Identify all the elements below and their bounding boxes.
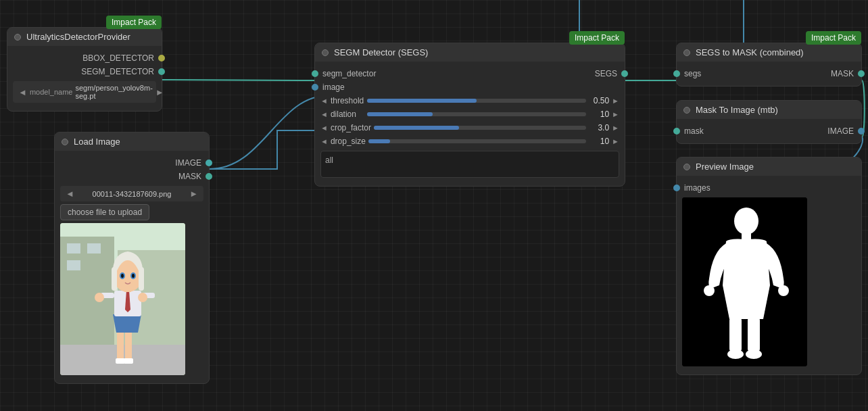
crop-factor-arrow-right[interactable]: ► — [612, 124, 619, 132]
upload-button[interactable]: choose file to upload — [60, 204, 149, 220]
arrow-right-icon[interactable]: ► — [155, 87, 164, 97]
dilation-track[interactable] — [367, 112, 586, 116]
mask-out-label: MASK — [827, 69, 858, 78]
node-title-preview: Preview Image — [696, 162, 754, 172]
node-segm-detector: Impact Pack SEGM Detector (SEGS) segm_de… — [314, 43, 625, 187]
node-segs-to-mask: Impact Pack SEGS to MASK (combined) segs… — [676, 43, 862, 87]
image-mask-out-label: IMAGE — [823, 126, 858, 136]
dilation-arrow-right[interactable]: ► — [612, 110, 619, 118]
node-load-image: Load Image IMAGE MASK ◄ 00011-3432187609… — [54, 132, 210, 384]
drop-size-value: 10 — [589, 137, 609, 146]
input-image: image — [315, 80, 380, 94]
node-mask-to-image: Mask To Image (mtb) mask IMAGE — [676, 100, 862, 144]
threshold-track[interactable] — [367, 99, 586, 103]
filename-arrow-right[interactable]: ► — [189, 189, 198, 199]
pack-label-segs-mask: Impact Pack — [806, 31, 861, 45]
dilation-value: 10 — [589, 110, 609, 119]
image-mask-out-socket[interactable] — [858, 128, 865, 135]
threshold-arrow-left[interactable]: ◄ — [320, 97, 328, 105]
svg-rect-8 — [67, 260, 80, 270]
segm-detector-in-label: segm_detector — [318, 69, 380, 78]
segm-detector-socket[interactable] — [158, 68, 165, 75]
model-name-row[interactable]: ◄ model_name segm/person_yolov8m-seg.pt … — [13, 81, 156, 103]
crop-factor-label: crop_factor — [331, 123, 371, 132]
dilation-arrow-left[interactable]: ◄ — [320, 110, 328, 118]
drop-size-label: drop_size — [331, 137, 366, 146]
node-title-load-image: Load Image — [74, 137, 120, 147]
node-status-dot-mask-image — [683, 107, 690, 114]
output-segs: SEGS — [591, 67, 625, 80]
dilation-label: dilation — [331, 110, 364, 119]
bbox-detector-socket[interactable] — [158, 55, 165, 62]
mask-out-socket[interactable] — [858, 70, 865, 77]
node-title-ultralytics: UltralyticsDetectorProvider — [26, 32, 130, 42]
segs-in-socket[interactable] — [673, 70, 680, 77]
image-thumbnail — [60, 223, 185, 375]
threshold-row: ◄ threshold 0.50 ► — [315, 94, 625, 107]
output-bbox-detector: BBOX_DETECTOR — [7, 51, 162, 65]
threshold-label: threshold — [331, 96, 364, 105]
images-in-label: images — [680, 183, 715, 193]
crop-factor-row: ◄ crop_factor 3.0 ► — [315, 121, 625, 135]
image-in-socket[interactable] — [312, 84, 318, 91]
svg-rect-12 — [116, 358, 125, 364]
node-title-segm: SEGM Detector (SEGS) — [334, 47, 428, 57]
node-preview-image: Preview Image images — [676, 157, 862, 375]
crop-factor-arrow-left[interactable]: ◄ — [320, 124, 328, 132]
segs-out-socket[interactable] — [621, 70, 628, 77]
node-title-mask-image: Mask To Image (mtb) — [696, 105, 778, 115]
images-in-socket[interactable] — [673, 185, 680, 191]
svg-rect-11 — [125, 331, 132, 362]
node-status-dot-preview — [683, 164, 690, 170]
image-in-label: image — [318, 82, 349, 92]
segm-detector-in-socket[interactable] — [312, 70, 318, 77]
segm-detector-label: SEGM_DETECTOR — [77, 67, 158, 76]
image-output-socket[interactable] — [206, 160, 212, 166]
filename-row[interactable]: ◄ 00011-3432187609.png ► — [60, 186, 203, 201]
node-title-segs-mask: SEGS to MASK (combined) — [696, 47, 804, 57]
filename-value: 00011-3432187609.png — [77, 190, 187, 198]
svg-point-17 — [95, 293, 104, 302]
node-status-dot-segs-mask — [683, 49, 690, 56]
bbox-detector-label: BBOX_DETECTOR — [78, 53, 158, 63]
segs-in-label: segs — [680, 69, 705, 78]
node-header-preview: Preview Image — [677, 158, 861, 176]
threshold-value: 0.50 — [589, 96, 609, 105]
node-status-dot-segm — [322, 49, 329, 56]
svg-point-28 — [734, 208, 758, 235]
segm-text-area: all — [320, 151, 619, 178]
mask-output-label: MASK — [174, 172, 206, 181]
dilation-row: ◄ dilation 10 ► — [315, 107, 625, 121]
drop-size-track[interactable] — [368, 139, 586, 143]
output-mask: MASK — [55, 170, 209, 183]
mask-output-socket[interactable] — [206, 173, 212, 180]
output-mask-segs: MASK — [827, 67, 861, 80]
mask-in-socket[interactable] — [673, 128, 680, 135]
drop-size-row: ◄ drop_size 10 ► — [315, 135, 625, 148]
svg-point-26 — [132, 274, 135, 278]
node-header-segs-mask: SEGS to MASK (combined) — [677, 43, 861, 62]
drop-size-arrow-left[interactable]: ◄ — [320, 137, 328, 145]
svg-rect-21 — [112, 267, 117, 291]
svg-point-34 — [727, 349, 744, 359]
output-image: IMAGE — [55, 156, 209, 170]
output-image-mask: IMAGE — [823, 124, 861, 138]
svg-rect-6 — [67, 243, 80, 253]
filename-arrow-left[interactable]: ◄ — [66, 189, 74, 199]
node-header-mask-image: Mask To Image (mtb) — [677, 101, 861, 119]
svg-rect-7 — [87, 243, 101, 253]
threshold-arrow-right[interactable]: ► — [612, 97, 619, 105]
crop-factor-track[interactable] — [374, 126, 586, 130]
output-segm-detector: SEGM_DETECTOR — [7, 65, 162, 78]
svg-point-35 — [746, 349, 762, 359]
model-name-value: segm/person_yolov8m-seg.pt — [75, 84, 152, 100]
svg-rect-10 — [117, 331, 124, 362]
pack-label-ultralytics: Impact Pack — [106, 16, 162, 29]
svg-rect-13 — [124, 358, 133, 364]
svg-point-25 — [121, 274, 124, 278]
segm-text-content: all — [325, 155, 333, 165]
svg-point-31 — [778, 285, 789, 296]
drop-size-arrow-right[interactable]: ► — [612, 137, 619, 145]
arrow-left-icon[interactable]: ◄ — [18, 87, 27, 97]
crop-factor-value: 3.0 — [589, 123, 609, 132]
